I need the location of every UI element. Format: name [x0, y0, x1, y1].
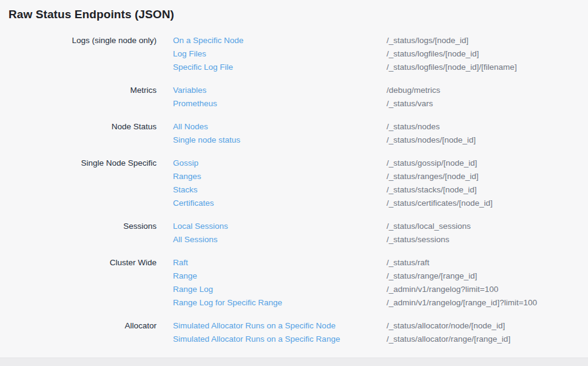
endpoint-row: Stacks/_status/stacks/[node_id] — [173, 183, 588, 197]
endpoint-rows: Simulated Allocator Runs on a Specific N… — [157, 319, 588, 346]
endpoint-group: Logs (single node only)On a Specific Nod… — [0, 34, 588, 74]
endpoint-link[interactable]: On a Specific Node — [173, 34, 387, 47]
category-label: Single Node Specific — [0, 157, 157, 170]
endpoint-link[interactable]: Simulated Allocator Runs on a Specific N… — [173, 319, 387, 333]
endpoint-path: /_status/logfiles/[node_id]/[filename] — [387, 61, 588, 74]
endpoint-link[interactable]: Prometheus — [173, 97, 387, 110]
endpoint-path: /_status/stacks/[node_id] — [387, 183, 588, 197]
endpoint-path: /_status/certificates/[node_id] — [387, 197, 588, 210]
endpoint-row: All Nodes/_status/nodes — [173, 120, 588, 134]
endpoint-row: Range Log/_admin/v1/rangelog?limit=100 — [173, 283, 588, 296]
category-label: Node Status — [0, 120, 157, 134]
endpoint-row: Range/_status/range/[range_id] — [173, 269, 588, 283]
endpoint-path: /_status/logs/[node_id] — [387, 34, 588, 47]
endpoint-path: /_status/raft — [387, 256, 588, 269]
endpoint-link[interactable]: Range — [173, 269, 387, 283]
endpoint-row: Simulated Allocator Runs on a Specific N… — [173, 319, 588, 333]
endpoint-row: All Sessions/_status/sessions — [173, 233, 588, 246]
endpoint-link[interactable]: All Sessions — [173, 233, 387, 246]
endpoint-path: /_status/ranges/[node_id] — [387, 170, 588, 183]
endpoint-row: Range Log for Specific Range/_admin/v1/r… — [173, 296, 588, 310]
category-label: Cluster Wide — [0, 256, 157, 269]
endpoint-row: Prometheus/_status/vars — [173, 97, 588, 110]
endpoint-group: MetricsVariables/debug/metricsPrometheus… — [0, 84, 588, 110]
endpoint-link[interactable]: Ranges — [173, 170, 387, 183]
endpoint-link[interactable]: Range Log for Specific Range — [173, 296, 387, 310]
footer-strip — [0, 358, 588, 366]
endpoint-link[interactable]: Gossip — [173, 157, 387, 170]
endpoint-row: Ranges/_status/ranges/[node_id] — [173, 170, 588, 183]
endpoint-row: Local Sessions/_status/local_sessions — [173, 220, 588, 233]
endpoint-rows: All Nodes/_status/nodesSingle node statu… — [157, 120, 588, 147]
endpoint-path: /_status/allocator/range/[range_id] — [387, 333, 588, 346]
endpoint-link[interactable]: Certificates — [173, 197, 387, 210]
endpoint-row: Single node status/_status/nodes/[node_i… — [173, 134, 588, 147]
endpoint-path: /_status/allocator/node/[node_id] — [387, 319, 588, 333]
endpoint-group: AllocatorSimulated Allocator Runs on a S… — [0, 319, 588, 346]
endpoint-row: Raft/_status/raft — [173, 256, 588, 269]
endpoint-rows: On a Specific Node/_status/logs/[node_id… — [157, 34, 588, 74]
endpoint-rows: Variables/debug/metricsPrometheus/_statu… — [157, 84, 588, 110]
category-label: Metrics — [0, 84, 157, 97]
endpoint-path: /_status/range/[range_id] — [387, 269, 588, 283]
endpoint-link[interactable]: Simulated Allocator Runs on a Specific R… — [173, 333, 387, 346]
endpoint-path: /_status/local_sessions — [387, 220, 588, 233]
endpoint-row: On a Specific Node/_status/logs/[node_id… — [173, 34, 588, 47]
endpoint-row: Simulated Allocator Runs on a Specific R… — [173, 333, 588, 346]
endpoint-path: /_status/logfiles/[node_id] — [387, 47, 588, 61]
endpoint-path: /_admin/v1/rangelog/[range_id]?limit=100 — [387, 296, 588, 310]
category-label: Allocator — [0, 319, 157, 333]
category-label: Logs (single node only) — [0, 34, 157, 47]
endpoint-path: /_status/nodes — [387, 120, 588, 134]
endpoint-row: Gossip/_status/gossip/[node_id] — [173, 157, 588, 170]
endpoint-link[interactable]: All Nodes — [173, 120, 387, 134]
endpoint-link[interactable]: Local Sessions — [173, 220, 387, 233]
endpoint-groups: Logs (single node only)On a Specific Nod… — [0, 34, 588, 346]
endpoint-rows: Local Sessions/_status/local_sessionsAll… — [157, 220, 588, 246]
endpoint-link[interactable]: Log Files — [173, 47, 387, 61]
endpoint-path: /_status/sessions — [387, 233, 588, 246]
category-label: Sessions — [0, 220, 157, 233]
endpoint-rows: Gossip/_status/gossip/[node_id]Ranges/_s… — [157, 157, 588, 210]
endpoint-link[interactable]: Single node status — [173, 134, 387, 147]
endpoint-row: Log Files/_status/logfiles/[node_id] — [173, 47, 588, 61]
endpoint-row: Certificates/_status/certificates/[node_… — [173, 197, 588, 210]
endpoint-row: Specific Log File/_status/logfiles/[node… — [173, 61, 588, 74]
endpoint-path: /debug/metrics — [387, 84, 588, 97]
endpoint-rows: Raft/_status/raftRange/_status/range/[ra… — [157, 256, 588, 310]
page-title: Raw Status Endpoints (JSON) — [0, 0, 588, 21]
endpoint-path: /_status/gossip/[node_id] — [387, 157, 588, 170]
endpoint-group: SessionsLocal Sessions/_status/local_ses… — [0, 220, 588, 246]
endpoint-link[interactable]: Stacks — [173, 183, 387, 197]
endpoint-link[interactable]: Raft — [173, 256, 387, 269]
endpoint-link[interactable]: Variables — [173, 84, 387, 97]
endpoint-group: Single Node SpecificGossip/_status/gossi… — [0, 157, 588, 210]
endpoint-row: Variables/debug/metrics — [173, 84, 588, 97]
endpoint-link[interactable]: Specific Log File — [173, 61, 387, 74]
endpoint-group: Cluster WideRaft/_status/raftRange/_stat… — [0, 256, 588, 310]
endpoint-path: /_status/vars — [387, 97, 588, 110]
endpoint-link[interactable]: Range Log — [173, 283, 387, 296]
endpoint-path: /_admin/v1/rangelog?limit=100 — [387, 283, 588, 296]
endpoint-path: /_status/nodes/[node_id] — [387, 134, 588, 147]
endpoint-group: Node StatusAll Nodes/_status/nodesSingle… — [0, 120, 588, 147]
